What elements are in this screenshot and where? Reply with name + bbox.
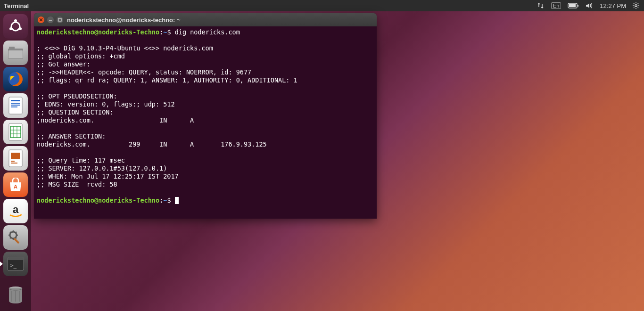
files-icon <box>7 46 24 60</box>
svg-rect-30 <box>14 238 20 244</box>
terminal-cursor <box>175 197 179 204</box>
terminal-output: ; <<>> DiG 9.10.3-P4-Ubuntu <<>> noderic… <box>37 44 297 188</box>
svg-rect-24 <box>11 153 20 159</box>
window-controls <box>38 16 63 23</box>
command-text: dig nodericks.com <box>175 28 240 36</box>
svg-rect-1 <box>578 5 578 7</box>
gear-icon[interactable] <box>633 2 639 9</box>
svg-rect-25 <box>11 161 15 162</box>
close-icon <box>39 18 43 22</box>
prompt-symbol-2: $ <box>167 196 171 204</box>
svg-rect-9 <box>9 47 15 49</box>
launcher-software[interactable]: A <box>3 172 28 197</box>
svg-rect-14 <box>11 103 20 104</box>
launcher-files[interactable] <box>3 41 28 65</box>
window-minimize-button[interactable] <box>47 16 54 23</box>
terminal-body[interactable]: noderickstechno@nodericks-Techno:~$ dig … <box>34 26 377 219</box>
svg-text:A: A <box>14 184 17 189</box>
trash-icon <box>6 285 25 305</box>
svg-rect-10 <box>8 50 23 58</box>
launcher-terminal[interactable]: >_ <box>3 252 28 276</box>
top-panel: Terminal En 12:27 PM <box>0 0 644 11</box>
terminal-window: noderickstechno@nodericks-techno: ~ node… <box>34 13 377 219</box>
network-icon[interactable] <box>537 2 545 9</box>
launcher-trash[interactable] <box>3 283 28 307</box>
svg-rect-13 <box>11 100 20 101</box>
launcher-firefox[interactable] <box>3 67 28 91</box>
svg-text:a: a <box>13 204 19 215</box>
terminal-icon: >_ <box>6 256 25 272</box>
svg-point-7 <box>9 27 12 30</box>
document-icon <box>8 96 24 115</box>
unity-launcher: A a >_ <box>0 11 31 311</box>
svg-rect-15 <box>11 105 20 106</box>
firefox-icon <box>7 70 25 88</box>
battery-icon[interactable] <box>568 3 579 8</box>
settings-icon <box>7 229 24 246</box>
svg-rect-32 <box>8 257 24 260</box>
svg-rect-2 <box>569 4 576 7</box>
terminal-titlebar[interactable]: noderickstechno@nodericks-techno: ~ <box>34 13 377 26</box>
window-close-button[interactable] <box>38 16 44 23</box>
prompt-user-host: noderickstechno@nodericks-Techno <box>37 28 159 36</box>
svg-point-3 <box>635 5 637 7</box>
minimize-icon <box>49 18 52 22</box>
launcher-calc[interactable] <box>3 120 28 144</box>
launcher-amazon[interactable]: a <box>3 199 28 223</box>
svg-point-29 <box>10 232 17 238</box>
launcher-writer[interactable] <box>3 93 28 118</box>
window-maximize-button[interactable] <box>57 16 63 23</box>
amazon-icon: a <box>7 203 24 220</box>
active-app-name: Terminal <box>0 2 29 9</box>
presentation-icon <box>8 149 24 168</box>
system-tray: En 12:27 PM <box>537 2 644 9</box>
launcher-impress[interactable] <box>3 146 28 171</box>
svg-rect-39 <box>58 18 61 21</box>
maximize-icon <box>58 18 62 22</box>
volume-icon[interactable] <box>586 2 593 9</box>
svg-point-6 <box>19 27 22 30</box>
prompt-user-host-2: noderickstechno@nodericks-Techno <box>37 196 159 204</box>
ubuntu-logo-icon <box>8 18 24 34</box>
svg-text:>_: >_ <box>10 262 17 269</box>
svg-rect-16 <box>11 106 17 107</box>
svg-point-5 <box>14 19 17 22</box>
prompt-symbol: $ <box>167 28 171 36</box>
clock[interactable]: 12:27 PM <box>600 2 626 9</box>
spreadsheet-icon <box>8 123 24 141</box>
keyboard-lang-indicator[interactable]: En <box>551 2 561 9</box>
software-bag-icon: A <box>8 178 24 192</box>
svg-point-4 <box>11 22 20 31</box>
launcher-dash[interactable] <box>3 14 28 39</box>
launcher-settings[interactable] <box>3 225 28 250</box>
svg-rect-26 <box>11 163 17 164</box>
window-title: noderickstechno@nodericks-techno: ~ <box>67 16 181 24</box>
